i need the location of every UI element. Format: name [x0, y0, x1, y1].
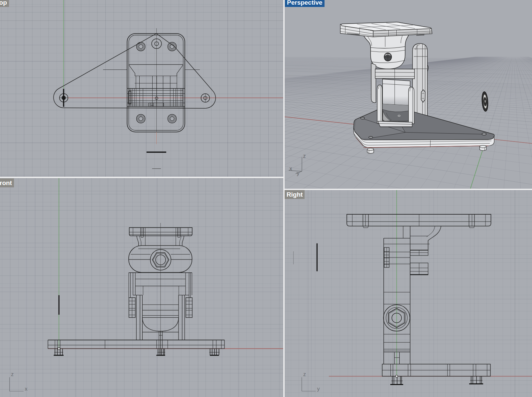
svg-text:z: z — [303, 371, 306, 377]
svg-text:x: x — [289, 166, 292, 171]
svg-text:z: z — [11, 371, 14, 377]
svg-text:y: y — [297, 170, 299, 176]
svg-text:z: z — [303, 153, 306, 159]
svg-text:y: y — [317, 386, 320, 391]
svg-text:x: x — [25, 386, 28, 391]
